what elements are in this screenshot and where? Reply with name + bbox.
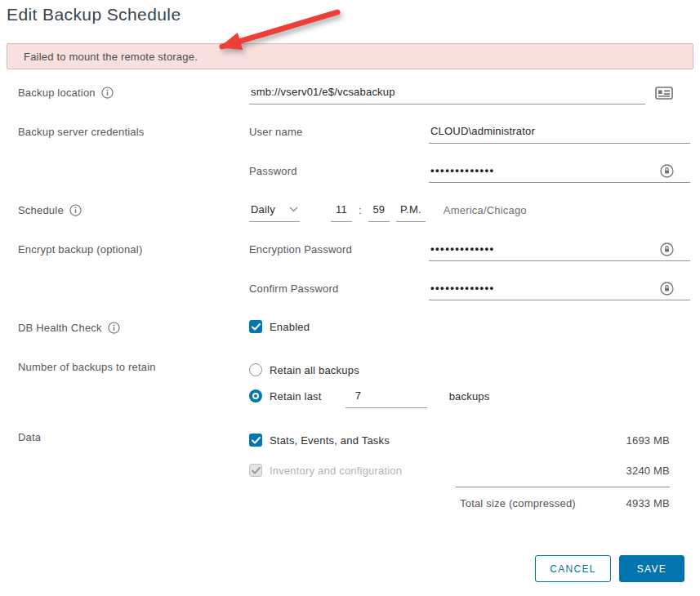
check-icon: [252, 323, 261, 331]
info-icon[interactable]: [108, 322, 120, 334]
check-icon: [252, 437, 261, 444]
username-subrow: User name CLOUD\administrator: [249, 124, 690, 152]
retain-all-radio[interactable]: [249, 363, 262, 376]
cancel-button[interactable]: CANCEL: [535, 555, 610, 582]
address-card-icon[interactable]: [655, 87, 673, 100]
retention-label: Number of backups to retain: [18, 361, 156, 373]
encryption-password-subrow: Encryption Password •••••••••••••: [249, 242, 690, 269]
retain-last-label: Retain last: [270, 389, 322, 403]
encryption-password-input[interactable]: •••••••••••••: [429, 242, 690, 261]
show-password-icon[interactable]: [660, 242, 674, 256]
retain-last-option: Retain last 7 backups: [249, 389, 690, 408]
error-message: Failed to mount the remote storage.: [24, 51, 198, 63]
backup-schedule-form: Backup location smb://vserv01/e$/vcsabac…: [18, 85, 700, 509]
confirm-password-input[interactable]: •••••••••••••: [429, 281, 690, 300]
info-icon[interactable]: [69, 204, 82, 216]
data-stats-row: Stats, Events, and Tasks 1693 MB: [249, 429, 690, 451]
dialog-footer: CANCEL SAVE: [535, 555, 684, 582]
retain-all-label: Retain all backups: [270, 364, 359, 376]
retain-last-radio[interactable]: [249, 389, 262, 403]
username-label: User name: [249, 124, 429, 138]
page-title: Edit Backup Schedule: [7, 5, 700, 24]
password-label: Password: [249, 163, 429, 177]
db-health-checkbox-label: Enabled: [270, 321, 310, 333]
show-password-icon[interactable]: [660, 164, 674, 178]
show-password-icon[interactable]: [660, 282, 674, 296]
schedule-row: Schedule Daily 11 : 59 P.M.: [18, 202, 700, 230]
error-banner: Failed to mount the remote storage.: [7, 43, 693, 69]
encryption-password-label: Encryption Password: [249, 242, 429, 256]
frequency-value: Daily: [251, 203, 275, 216]
data-label: Data: [18, 431, 41, 443]
confirm-password-label: Confirm Password: [249, 281, 429, 295]
stats-size: 1693 MB: [626, 434, 670, 447]
meridiem-select[interactable]: P.M.: [396, 202, 426, 222]
timezone-label: America/Chicago: [444, 202, 527, 216]
encrypt-row: Encrypt backup (optional) Encryption Pas…: [18, 242, 700, 309]
password-subrow: Password •••••••••••••: [249, 163, 690, 191]
backup-location-label: Backup location: [18, 87, 96, 99]
inventory-checkbox-label: Inventory and configuration: [270, 465, 402, 477]
total-size: 4933 MB: [626, 497, 670, 509]
chevron-down-icon: [289, 207, 298, 212]
save-button[interactable]: SAVE: [619, 555, 684, 582]
credentials-label: Backup server credentials: [18, 126, 145, 138]
stats-checkbox-label: Stats, Events, and Tasks: [270, 434, 390, 447]
retention-row: Number of backups to retain Retain all b…: [18, 359, 700, 408]
inventory-size: 3240 MB: [626, 465, 670, 477]
credentials-row: Backup server credentials User name CLOU…: [18, 124, 700, 191]
check-icon: [252, 467, 261, 474]
data-inventory-row: Inventory and configuration 3240 MB: [249, 460, 690, 481]
total-divider: [456, 487, 670, 487]
confirm-password-subrow: Confirm Password •••••••••••••: [249, 281, 690, 309]
backup-location-input[interactable]: smb://vserv01/e$/vcsabackup: [249, 85, 645, 105]
db-health-label: DB Health Check: [18, 322, 102, 334]
schedule-label: Schedule: [18, 204, 64, 216]
info-icon[interactable]: [101, 87, 114, 99]
retain-suffix-label: backups: [449, 389, 490, 403]
total-row: Total size (compressed) 4933 MB: [460, 497, 690, 509]
retain-all-option: Retain all backups: [249, 359, 690, 380]
total-label: Total size (compressed): [460, 497, 576, 509]
minute-input[interactable]: 59: [368, 202, 390, 222]
backup-location-row: Backup location smb://vserv01/e$/vcsabac…: [18, 85, 700, 113]
db-health-checkbox[interactable]: [249, 320, 262, 333]
frequency-select[interactable]: Daily: [249, 202, 300, 222]
inventory-checkbox: [249, 464, 262, 477]
password-input[interactable]: •••••••••••••: [429, 163, 690, 183]
stats-checkbox[interactable]: [249, 434, 262, 447]
hour-input[interactable]: 11: [331, 202, 352, 222]
retain-count-input[interactable]: 7: [346, 389, 427, 408]
time-separator: :: [359, 202, 362, 216]
edit-backup-schedule-dialog: Edit Backup Schedule Failed to mount the…: [0, 0, 700, 596]
username-input[interactable]: CLOUD\administrator: [429, 124, 690, 144]
encrypt-label: Encrypt backup (optional): [18, 243, 142, 256]
data-row: Data Stats, Events, and Tasks 1693 MB: [18, 429, 700, 509]
db-health-row: DB Health Check Enabled: [18, 320, 700, 341]
